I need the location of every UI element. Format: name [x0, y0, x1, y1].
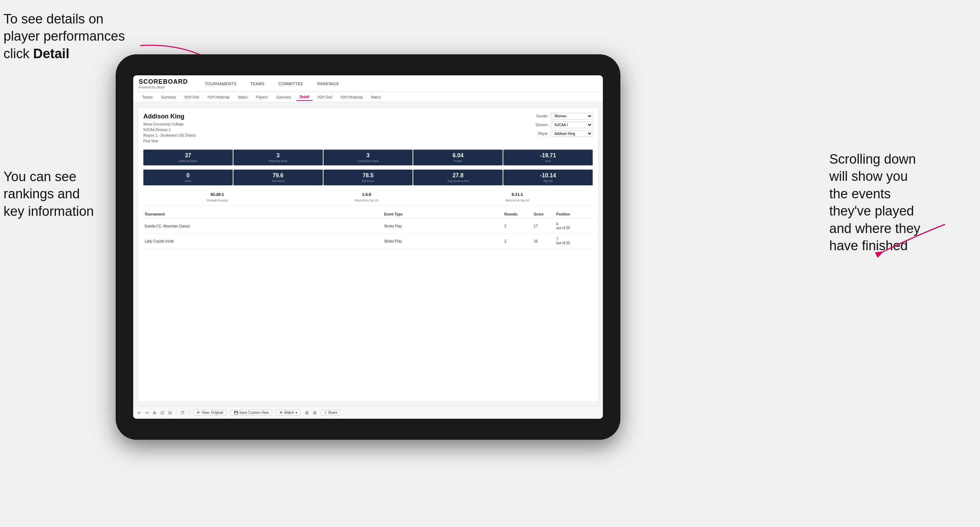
record-item: 1-5-0Record vs top 25	[355, 192, 379, 203]
filter-gender-row: Gender Women	[528, 113, 593, 119]
grid-icon[interactable]: ⊞	[313, 410, 317, 415]
clock-icon[interactable]: ⏱	[180, 410, 185, 415]
stat-cell: 6.04Points	[413, 149, 503, 165]
subnav-summary[interactable]: Summary	[158, 94, 180, 100]
table-rows: Estella CC- Mountain Classic Stroke Play…	[143, 219, 593, 249]
table-row: Lady Coyote Invite Stroke Play 2 16 7 ou…	[143, 234, 593, 249]
nav-rankings[interactable]: RANKINGS	[314, 80, 341, 87]
logo-title: SCOREBOARD	[139, 78, 188, 86]
td-position: 4 out of 20	[556, 222, 591, 230]
tablet: SCOREBOARD Powered by clippd TOURNAMENTS…	[116, 54, 620, 440]
chevron-icon: ▾	[296, 411, 297, 414]
subnav-h2h-grid2[interactable]: H2H Grid	[314, 94, 336, 100]
td-score: 16	[534, 239, 555, 243]
player-header: Addison King Mesa Community College NJCA…	[143, 113, 593, 144]
stat-cell: 78.5Adj Score	[323, 170, 413, 185]
undo-icon[interactable]: ↩	[137, 410, 141, 415]
th-tournament: Tournament	[145, 212, 383, 216]
stats-row2: 0Wins79.6Avg Score78.5Adj Score27.8Avg S…	[143, 170, 593, 185]
fit-icon[interactable]: ⊡	[161, 410, 164, 415]
td-tournament: Lady Coyote Invite	[145, 239, 383, 243]
gender-select[interactable]: Women	[550, 113, 593, 119]
zoom-icon[interactable]: ⊕	[153, 410, 156, 415]
division-select[interactable]: NJCAA I	[550, 122, 593, 128]
player-division: NJCAA Division 1	[143, 127, 196, 133]
player-info: Addison King Mesa Community College NJCA…	[143, 113, 196, 144]
record-item: 91-20-1Overall Record	[207, 192, 228, 203]
stat-cell: -19.71SoS	[503, 149, 593, 165]
td-rounds: 2	[504, 224, 532, 228]
filter-player-row: Player Addison King	[528, 130, 593, 137]
view-icon: 👁	[197, 411, 200, 414]
td-position: 7 out of 20	[556, 237, 591, 245]
player-region: Region 1 - Southwest (18) District	[143, 133, 196, 138]
share-btn[interactable]: ⇧ Share	[321, 410, 341, 416]
th-rounds: Rounds	[504, 212, 532, 216]
stat-cell: -10.14Avg SG	[503, 170, 593, 185]
td-score: 17	[534, 224, 555, 228]
stat-cell: 27.8Avg Score to Par	[413, 170, 503, 185]
player-filters: Gender Women Division NJCAA I Player Add…	[528, 113, 593, 144]
player-label: Player	[528, 132, 548, 136]
stats-row1: 37National Rank3Regional Rank3Conference…	[143, 149, 593, 165]
eye-icon: 👁	[279, 411, 283, 414]
sub-nav: Teams Summary H2H Grid H2H Heatmap Matri…	[133, 92, 603, 103]
share-icon: ⇧	[324, 411, 327, 414]
watch-btn[interactable]: 👁 Watch ▾	[276, 410, 301, 416]
stat-cell: 3Conference Rank	[323, 149, 413, 165]
tablet-screen: SCOREBOARD Powered by clippd TOURNAMENTS…	[133, 75, 603, 419]
subnav-h2h-heatmap[interactable]: H2H Heatmap	[204, 94, 233, 100]
th-event-type: Event Type	[384, 212, 503, 216]
player-school: Mesa Community College	[143, 122, 196, 127]
subnav-players[interactable]: Players	[253, 94, 271, 100]
subnav-matrix[interactable]: Matrix	[234, 94, 251, 100]
player-year: First Year	[143, 138, 196, 144]
stat-cell: 3Regional Rank	[234, 149, 323, 165]
nav-teams[interactable]: TEAMS	[247, 80, 267, 87]
annotation-top-left: To see details on player performances cl…	[3, 11, 137, 62]
main-content: Addison King Mesa Community College NJCA…	[133, 103, 603, 419]
player-name: Addison King	[143, 113, 196, 120]
td-event-type: Stroke Play	[384, 239, 503, 243]
record-item: 5-11-1Record vs top 50	[506, 192, 529, 203]
subnav-h2h-heatmap2[interactable]: H2H Heatmap	[337, 94, 366, 100]
stat-cell: 79.6Avg Score	[234, 170, 323, 185]
top-nav: SCOREBOARD Powered by clippd TOURNAMENTS…	[133, 75, 603, 92]
th-score: Score	[534, 212, 555, 216]
table-row: Estella CC- Mountain Classic Stroke Play…	[143, 219, 593, 234]
td-rounds: 2	[504, 239, 532, 243]
player-select[interactable]: Addison King	[550, 130, 593, 137]
redo-icon[interactable]: ↪	[145, 410, 149, 415]
logo-sub: Powered by clippd	[139, 86, 188, 89]
screen-icon[interactable]: 🖥	[305, 410, 309, 415]
td-tournament: Estella CC- Mountain Classic	[145, 224, 383, 228]
subnav-summary2[interactable]: Summary	[273, 94, 295, 100]
subnav-matrix2[interactable]: Matrix	[368, 94, 384, 100]
logo-area: SCOREBOARD Powered by clippd	[139, 78, 188, 89]
content-panel: Addison King Mesa Community College NJCA…	[137, 107, 599, 402]
minus-icon[interactable]: ⊟	[168, 410, 172, 415]
gender-label: Gender	[528, 114, 548, 118]
tournament-table: Tournament Event Type Rounds Score Posit…	[143, 210, 593, 249]
td-event-type: Stroke Play	[384, 224, 503, 228]
subnav-detail[interactable]: Detail	[296, 94, 313, 101]
subnav-teams[interactable]: Teams	[139, 94, 156, 100]
save-icon: 💾	[234, 411, 238, 414]
subnav-h2h-grid[interactable]: H2H Grid	[181, 94, 203, 100]
view-original-btn[interactable]: 👁 View: Original	[194, 410, 226, 416]
table-header: Tournament Event Type Rounds Score Posit…	[143, 210, 593, 219]
toolbar: ↩ ↪ ⊕ ⊡ ⊟ ⏱ 👁 View: Original 💾 Save Cust…	[133, 406, 603, 419]
stat-cell: 0Wins	[143, 170, 233, 185]
nav-committee[interactable]: COMMITTEE	[276, 80, 306, 87]
records-row: 91-20-1Overall Record1-5-0Record vs top …	[143, 190, 593, 206]
annotation-right: Scrolling down will show you the events …	[829, 151, 977, 254]
division-label: Division	[528, 123, 548, 127]
filter-division-row: Division NJCAA I	[528, 122, 593, 128]
nav-tournaments[interactable]: TOURNAMENTS	[202, 80, 239, 87]
stat-cell: 37National Rank	[143, 149, 233, 165]
toolbar-sep2	[189, 410, 189, 416]
save-custom-view-btn[interactable]: 💾 Save Custom View	[231, 410, 272, 416]
th-position: Position	[556, 212, 591, 216]
